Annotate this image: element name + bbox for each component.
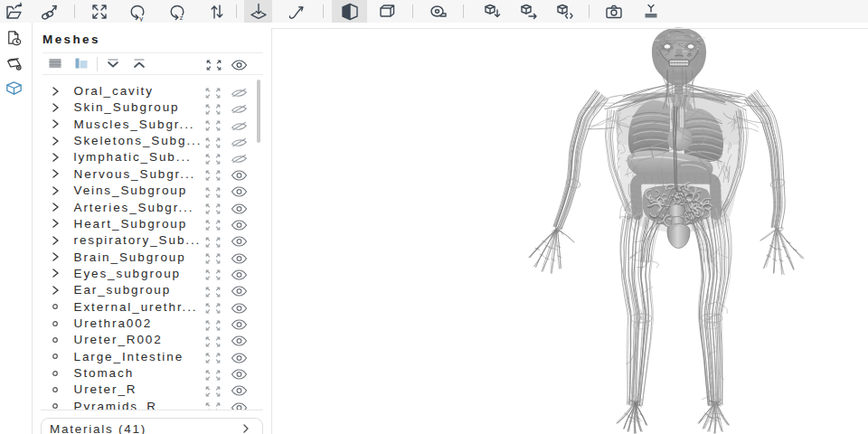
svg-text:z: z bbox=[179, 14, 183, 22]
svg-text:y: y bbox=[139, 14, 143, 22]
